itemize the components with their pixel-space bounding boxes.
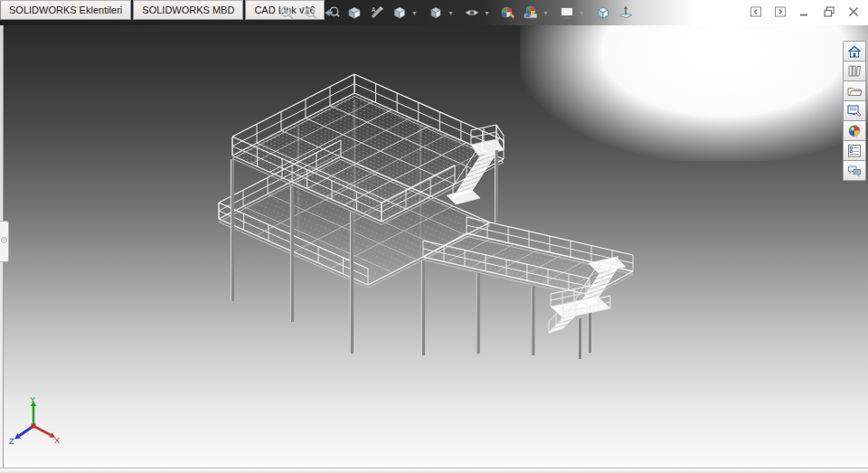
close-button[interactable] bbox=[846, 5, 861, 18]
previous-view-icon[interactable] bbox=[321, 3, 342, 24]
view-orientation-dropdown-caret[interactable]: ▼ bbox=[410, 3, 419, 24]
solidworks-window: SOLIDWORKS EklentileriSOLIDWORKS MBDCAD … bbox=[0, 0, 868, 473]
window-controls bbox=[749, 5, 861, 18]
view-orientation-icon[interactable] bbox=[389, 3, 410, 24]
heads-up-view-toolbar: A▼▼▼▼▼ bbox=[275, 1, 637, 24]
triad-z-label: Z bbox=[9, 437, 14, 446]
tab-solidworks-mbd[interactable]: SOLIDWORKS MBD bbox=[133, 0, 243, 20]
collapse-pane-left-button[interactable] bbox=[749, 5, 763, 18]
zoom-to-fit-icon[interactable] bbox=[276, 3, 297, 24]
taskpane-tab-solidworks-forum[interactable] bbox=[843, 160, 866, 181]
apply-scene-dropdown-caret[interactable]: ▼ bbox=[542, 3, 550, 24]
restore-button[interactable] bbox=[822, 5, 836, 18]
hide-show-items-dropdown-caret[interactable]: ▼ bbox=[483, 3, 491, 24]
taskpane-tab-solidworks-resources[interactable] bbox=[843, 41, 866, 61]
svg-text:A: A bbox=[372, 6, 376, 13]
task-pane-tabs bbox=[843, 42, 866, 181]
apply-scene-icon[interactable] bbox=[520, 3, 541, 24]
viewport-canvas[interactable]: YXZ bbox=[0, 25, 868, 468]
title-toolbar-row: SOLIDWORKS EklentileriSOLIDWORKS MBDCAD … bbox=[0, 0, 868, 25]
3d-drawing-view-icon[interactable] bbox=[592, 3, 613, 24]
display-style-icon[interactable] bbox=[425, 3, 446, 24]
triad-x-label: X bbox=[54, 436, 60, 445]
display-style-dropdown-caret[interactable]: ▼ bbox=[447, 3, 455, 24]
dynamic-annotation-views-icon[interactable]: A bbox=[366, 3, 387, 24]
tab-solidworks-eklentileri[interactable]: SOLIDWORKS Eklentileri bbox=[0, 0, 131, 20]
rotate-about-scene-floor-icon[interactable] bbox=[615, 3, 636, 24]
triad-y-label: Y bbox=[30, 395, 35, 404]
section-view-icon[interactable] bbox=[344, 3, 364, 24]
featuremanager-flyout-tab[interactable] bbox=[0, 221, 9, 262]
taskpane-tab-custom-properties[interactable] bbox=[843, 140, 866, 161]
view-settings-icon[interactable] bbox=[556, 3, 577, 24]
taskpane-tab-view-palette[interactable] bbox=[843, 100, 866, 121]
collapse-pane-right-button[interactable] bbox=[773, 5, 788, 18]
reference-triad: YXZ bbox=[9, 395, 60, 446]
zoom-to-area-icon[interactable] bbox=[298, 3, 319, 24]
view-settings-dropdown-caret[interactable]: ▼ bbox=[578, 3, 586, 24]
hide-show-items-icon[interactable] bbox=[461, 3, 482, 24]
flyout-dot-icon bbox=[1, 237, 7, 243]
taskpane-tab-file-explorer[interactable] bbox=[843, 80, 866, 101]
taskpane-tab-appearances-scenes[interactable] bbox=[843, 120, 866, 141]
status-bar bbox=[0, 468, 868, 473]
minimize-button[interactable] bbox=[797, 5, 812, 18]
graphics-area[interactable]: YXZ bbox=[0, 25, 868, 468]
edit-appearance-icon[interactable] bbox=[497, 3, 518, 24]
taskpane-tab-design-library[interactable] bbox=[843, 61, 866, 81]
